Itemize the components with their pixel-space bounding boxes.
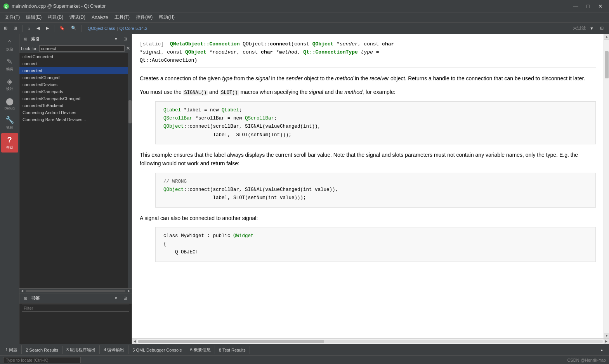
bookmark-options-btn[interactable]: ▾: [113, 295, 120, 302]
list-item[interactable]: connectedChanged: [19, 74, 128, 81]
locate-input[interactable]: [3, 357, 81, 363]
toolbar-back[interactable]: ⊞: [2, 25, 10, 31]
sig-paren-open: (const: [291, 41, 312, 47]
content-and-scrollbar: [static] QMetaObject::Connection QObject…: [132, 34, 609, 338]
tab-compile-output[interactable]: 4 编译输出: [100, 345, 128, 354]
filter-expand[interactable]: ⊞: [598, 25, 606, 31]
sidebar-item-debug[interactable]: ⬤ Debug: [1, 95, 18, 113]
help-icon: ?: [7, 135, 12, 144]
bookmark-split-btn[interactable]: ⊞: [22, 295, 29, 301]
h-scroll-right[interactable]: ▶: [126, 289, 132, 293]
list-item-connected[interactable]: connected: [19, 67, 128, 74]
sig-return-type: QMetaObject::Connection: [170, 41, 239, 47]
sidebar-icons: ⌂ 欢迎 ✎ 编辑 ◈ 设计 ⬤ Debug 🔧 项目 ? 帮助: [0, 34, 19, 344]
index-split-btn[interactable]: ⊞: [22, 36, 29, 42]
index-title: 索引: [31, 36, 111, 42]
menu-edit[interactable]: 编辑(E): [23, 13, 45, 22]
left-panel: ⊞ 索引 ▾ ⊞ Look for: ✕ clientConnected con…: [19, 34, 132, 344]
menu-build[interactable]: 构建(B): [45, 13, 66, 22]
code-line: {: [163, 240, 588, 248]
content-v-scrollbar[interactable]: ▲ ▼: [604, 34, 609, 338]
menu-analyze[interactable]: Analyze: [88, 14, 111, 21]
sidebar-item-label-design: 设计: [6, 87, 13, 92]
content-h-scrollbar[interactable]: ◀ ▶: [132, 338, 609, 344]
index-expand-btn[interactable]: ⊞: [121, 36, 129, 42]
sidebar-item-label-project: 项目: [6, 125, 13, 130]
list-item-connecting-android[interactable]: Connecting Android Devices: [19, 109, 128, 116]
menu-file[interactable]: 文件(F): [2, 13, 23, 22]
tab-qml-debugger[interactable]: 5 QML Debugger Console: [128, 346, 186, 354]
window-controls: — □ ✕: [570, 2, 606, 10]
h-scroll-left-btn[interactable]: ◀: [132, 339, 137, 344]
code-line: Q_OBJECT: [163, 248, 588, 257]
toolbar-fwd[interactable]: ⊞: [11, 25, 19, 31]
scroll-thumb[interactable]: [605, 51, 609, 78]
code-line: class MyWidget : public QWidget: [163, 232, 588, 240]
toolbar-home[interactable]: ⌂: [25, 25, 33, 31]
close-button[interactable]: ✕: [595, 2, 606, 10]
search-input[interactable]: [39, 45, 125, 52]
sidebar-item-edit[interactable]: ✎ 编辑: [1, 55, 18, 74]
tab-general-info[interactable]: 6 概要信息: [186, 345, 215, 354]
index-scrollbar[interactable]: [128, 53, 132, 288]
index-options-btn[interactable]: ▾: [113, 36, 120, 42]
list-item[interactable]: connectedGamepadsChanged: [19, 95, 128, 102]
scroll-down-btn[interactable]: ▼: [604, 333, 609, 338]
code-line: label, SLOT(setNum(int value)));: [163, 194, 588, 202]
bookmark-filter-input[interactable]: [22, 305, 129, 312]
search-clear-button[interactable]: ✕: [126, 46, 130, 51]
debug-icon: ⬤: [6, 97, 14, 106]
toolbar-nav-fwd[interactable]: ▶: [43, 25, 51, 31]
filter-area: 未过滤 ▼ ⊞: [573, 25, 607, 31]
list-item[interactable]: connectedToBackend: [19, 102, 128, 109]
tab-up-btn[interactable]: ▲: [598, 347, 606, 353]
h-scroll-thumb[interactable]: [138, 340, 324, 343]
sidebar-item-welcome[interactable]: ⌂ 欢迎: [1, 36, 18, 54]
index-list: clientConnected connect connected connec…: [19, 53, 128, 288]
toolbar-nav-back[interactable]: ◀: [34, 25, 42, 31]
sidebar-item-design[interactable]: ◈ 设计: [1, 75, 18, 94]
bookmark-expand-btn[interactable]: ⊞: [121, 295, 129, 302]
sidebar-item-project[interactable]: 🔧 项目: [1, 113, 18, 132]
breadcrumb-class[interactable]: QObject Class: [88, 26, 115, 31]
menu-help[interactable]: 帮助(H): [156, 13, 178, 22]
sig-class-name: QObject::: [243, 41, 270, 47]
code-line: QObject::connect(scrollBar, SIGNAL(value…: [163, 123, 588, 131]
menu-debug[interactable]: 调试(D): [66, 13, 88, 22]
list-h-scroll[interactable]: ◀ ▶: [19, 288, 132, 293]
list-item[interactable]: connect: [19, 60, 128, 67]
menu-controls[interactable]: 控件(W): [133, 13, 156, 22]
toolbar-search-online[interactable]: 🔍: [69, 25, 79, 31]
toolbar-bookmark[interactable]: 🔖: [57, 25, 67, 31]
tab-search-results[interactable]: 2 Search Results: [22, 346, 62, 354]
breadcrumb-version[interactable]: Qt Core 5.14.2: [119, 26, 147, 31]
tab-app-output[interactable]: 3 应用程序输出: [62, 345, 100, 354]
h-scroll-left[interactable]: ◀: [19, 289, 25, 293]
maximize-button[interactable]: □: [583, 2, 593, 10]
list-item-connecting-bare-metal[interactable]: Connecting Bare Metal Devices...: [19, 116, 128, 123]
index-list-wrap: clientConnected connect connected connec…: [19, 53, 132, 288]
tab-problems[interactable]: 1 问题: [2, 345, 22, 354]
list-item[interactable]: clientConnected: [19, 53, 128, 60]
sidebar-item-help[interactable]: ? 帮助: [1, 133, 18, 153]
tab-test-results[interactable]: 8 Test Results: [215, 346, 250, 354]
sidebar-item-label-debug: Debug: [4, 106, 15, 110]
scroll-up-btn[interactable]: ▲: [604, 34, 609, 40]
sig-param-type: type =: [358, 49, 379, 55]
list-item[interactable]: connectedGamepads: [19, 88, 128, 95]
project-icon: 🔧: [5, 116, 14, 124]
list-item[interactable]: connectedDevices: [19, 81, 128, 88]
h-scroll-right-btn[interactable]: ▶: [604, 339, 609, 344]
doc-para-2: You must use the SIGNAL() and SLOT() mac…: [140, 88, 596, 97]
toolbar-sep3: [82, 25, 82, 32]
code-example-1: QLabel *label = new QLabel; QScrollBar *…: [155, 101, 596, 144]
svg-text:Q: Q: [5, 5, 7, 9]
bottom-tabs: 1 问题 2 Search Results 3 应用程序输出 4 编译输出 5 …: [0, 344, 609, 355]
title-bar: Q mainwindow.cpp @ Supermarket - Qt Crea…: [0, 0, 609, 12]
filter-dropdown[interactable]: ▼: [587, 25, 596, 31]
minimize-button[interactable]: —: [570, 2, 581, 10]
scrollbar-thumb: [128, 100, 132, 123]
menu-tools[interactable]: 工具(T): [111, 13, 133, 22]
sig-func-name: connect: [270, 41, 291, 47]
sig-default-val: Qt::AutoConnection): [140, 57, 197, 63]
